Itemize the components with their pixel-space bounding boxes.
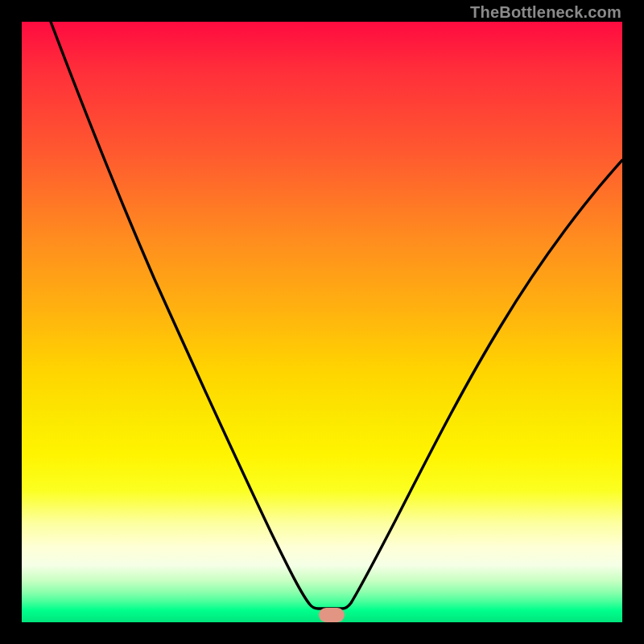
chart-stage: TheBottleneck.com (0, 0, 644, 644)
plot-background-gradient (22, 22, 622, 622)
optimum-marker (319, 608, 345, 622)
watermark-text: TheBottleneck.com (470, 3, 621, 22)
